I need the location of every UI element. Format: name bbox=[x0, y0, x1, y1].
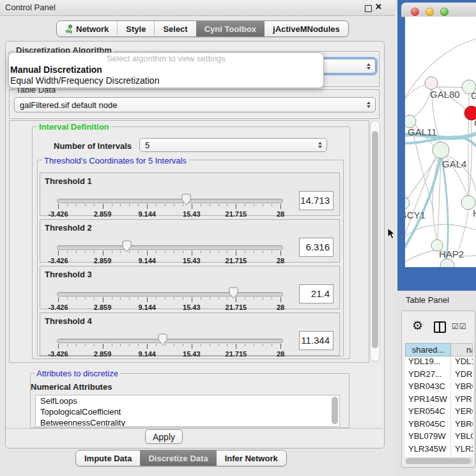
float-window-button[interactable] bbox=[365, 5, 372, 12]
table-row-ydl19[interactable]: YDL19...YDL19... bbox=[405, 357, 473, 369]
table-cell-shared-name[interactable]: YBL079W bbox=[405, 431, 451, 444]
slider-track[interactable] bbox=[57, 292, 283, 296]
bottom-tab-impute-data[interactable]: Impute Data bbox=[76, 450, 140, 466]
tick-mark bbox=[165, 250, 165, 253]
traffic-light-close-button[interactable] bbox=[411, 8, 419, 16]
tick-mark bbox=[236, 344, 236, 349]
node-label-gal4: GAL4 bbox=[442, 158, 466, 169]
attributes-list[interactable]: SelfLoopsTopologicalCoefficientBetweenne… bbox=[35, 395, 340, 427]
network-edge bbox=[469, 120, 472, 196]
table-data-combobox[interactable]: galFiltered.sif default node bbox=[14, 97, 376, 112]
table-row-ylr345w[interactable]: YLR345WYLR345W bbox=[405, 444, 473, 457]
column-header-name[interactable]: na... bbox=[451, 343, 473, 357]
bottom-tab-infer-network[interactable]: Infer Network bbox=[217, 450, 286, 466]
number-of-intervals-combobox[interactable]: 5 bbox=[139, 138, 327, 152]
horizontal-scrollbar-thumb[interactable] bbox=[406, 458, 470, 464]
column-layout-icon[interactable] bbox=[434, 321, 446, 333]
tab-cyni-toolbox[interactable]: Cyni Toolbox bbox=[196, 21, 265, 36]
table-row-ybr043c[interactable]: YBR043CYBR043C bbox=[405, 381, 473, 394]
table-row-yil052c[interactable]: YIL052CYIL052C bbox=[405, 456, 473, 457]
table-cell-shared-name[interactable]: YBR045C bbox=[405, 419, 451, 432]
tick-label: 21.715 bbox=[226, 257, 247, 265]
table-cell-shared-name[interactable]: YER054C bbox=[405, 406, 451, 419]
tick-mark bbox=[156, 297, 157, 300]
dropdown-option-manual-discretization[interactable]: Manual Discretization bbox=[9, 65, 323, 75]
tick-mark bbox=[67, 344, 68, 346]
table-cell-name[interactable]: YPR145W bbox=[451, 394, 473, 407]
slider-ticks: -3.4262.8599.14415.4321.71528 bbox=[57, 344, 284, 360]
tick-mark bbox=[147, 344, 148, 349]
attribute-item-topologicalcoefficient[interactable]: TopologicalCoefficient bbox=[36, 406, 339, 417]
table-cell-name[interactable]: YIL052C bbox=[451, 456, 473, 457]
table-cell-shared-name[interactable]: YPR145W bbox=[405, 394, 451, 407]
table-cell-name[interactable]: YBR045C bbox=[451, 419, 473, 432]
traffic-light-minimize-button[interactable] bbox=[426, 8, 434, 16]
tick-mark bbox=[272, 297, 272, 300]
tick-label: 9.144 bbox=[138, 303, 156, 311]
tick-label: 2.859 bbox=[94, 350, 112, 358]
attribute-item-betweennesscentrality[interactable]: BetweennessCentrality bbox=[36, 417, 339, 427]
network-node-gal4[interactable] bbox=[433, 142, 449, 158]
table-cell-name[interactable]: YER054C bbox=[451, 406, 473, 419]
slider-track[interactable] bbox=[57, 339, 283, 343]
apply-button[interactable]: Apply bbox=[145, 429, 183, 444]
slider-thumb[interactable] bbox=[229, 287, 238, 299]
network-node-node-bottom[interactable] bbox=[440, 259, 454, 267]
select-columns-checkbox-icons[interactable]: ☑☑ bbox=[452, 322, 467, 331]
threshold-value-field[interactable]: 6.316 bbox=[299, 238, 334, 257]
traffic-light-zoom-button[interactable] bbox=[440, 8, 449, 16]
table-cell-shared-name[interactable]: YLR345W bbox=[405, 444, 451, 457]
table-row-yer054c[interactable]: YER054CYER054C bbox=[405, 406, 473, 419]
tick-mark bbox=[201, 250, 201, 253]
column-header-shared-name[interactable]: shared... bbox=[405, 343, 451, 357]
bottom-tab-discretize-data[interactable]: Discretize Data bbox=[140, 450, 216, 466]
interval-definition-label: Interval Definition bbox=[37, 122, 111, 132]
interval-vertical-scrollbar[interactable] bbox=[370, 120, 380, 362]
network-canvas[interactable]: GAL80GACGAL11GAL4GCY1HHAP2 bbox=[405, 17, 476, 267]
table-cell-name[interactable]: YDL19... bbox=[451, 357, 473, 369]
tick-mark bbox=[85, 297, 86, 300]
settings-gear-icon[interactable]: ⚙ bbox=[412, 318, 423, 333]
tab-jactivemnodules[interactable]: jActiveMNodules bbox=[265, 21, 348, 36]
tab-style[interactable]: Style bbox=[117, 21, 154, 36]
tab-select[interactable]: Select bbox=[154, 21, 196, 36]
slider-thumb[interactable] bbox=[158, 334, 167, 346]
bottom-tab-bar: Impute DataDiscretize DataInfer Network bbox=[75, 450, 287, 466]
close-window-icon[interactable]: ✕ bbox=[375, 2, 382, 12]
attribute-item-selfloops[interactable]: SelfLoops bbox=[36, 395, 339, 406]
table-cell-shared-name[interactable]: YBR043C bbox=[405, 381, 451, 394]
vertical-scrollbar-thumb[interactable] bbox=[372, 131, 378, 348]
dropdown-options: Manual DiscretizationEqual Width/Frequen… bbox=[9, 65, 323, 86]
dropdown-option-equal-width-frequency-discretization[interactable]: Equal Width/Frequency Discretization bbox=[9, 75, 323, 86]
table-row-ybr045c[interactable]: YBR045CYBR045C bbox=[405, 419, 473, 432]
tick-mark bbox=[236, 204, 236, 209]
table-cell-name[interactable]: YDR27... bbox=[451, 369, 473, 382]
tab-label: Discretize Data bbox=[148, 454, 208, 463]
threshold-value-field[interactable]: 14.713 bbox=[299, 191, 334, 210]
table-cell-shared-name[interactable]: YDR27... bbox=[405, 369, 451, 382]
slider-thumb[interactable] bbox=[122, 240, 132, 252]
tab-label: jActiveMNodules bbox=[273, 24, 340, 34]
slider-thumb[interactable] bbox=[181, 194, 191, 206]
threshold-value-field[interactable]: 11.344 bbox=[299, 331, 334, 350]
table-cell-name[interactable]: YBR043C bbox=[451, 381, 473, 394]
network-node-gcy1[interactable] bbox=[405, 197, 410, 209]
tick-mark bbox=[112, 204, 112, 206]
network-node-gal80[interactable] bbox=[425, 77, 438, 89]
table-row-ydr27[interactable]: YDR27...YDR27... bbox=[405, 369, 473, 382]
table-cell-shared-name[interactable]: YIL052C bbox=[405, 456, 451, 457]
network-node-gal11[interactable] bbox=[405, 115, 416, 128]
tab-network[interactable]: Network bbox=[57, 21, 117, 36]
horizontal-scrollbar[interactable] bbox=[405, 457, 473, 464]
slider-track[interactable] bbox=[57, 199, 283, 203]
threshold-value-field[interactable]: 21.4 bbox=[299, 284, 334, 303]
node-label-h: H bbox=[473, 208, 476, 219]
table-cell-name[interactable]: YBL079W bbox=[451, 431, 473, 444]
table-row-ypr145w[interactable]: YPR145WYPR145W bbox=[405, 394, 473, 407]
table-cell-shared-name[interactable]: YDL19... bbox=[405, 357, 451, 369]
tick-mark bbox=[254, 297, 254, 300]
table-row-ybl079w[interactable]: YBL079WYBL079W bbox=[405, 431, 473, 444]
list-scrollbar-thumb[interactable] bbox=[332, 397, 338, 424]
slider-track[interactable] bbox=[57, 245, 283, 250]
table-cell-name[interactable]: YLR345W bbox=[451, 444, 473, 457]
